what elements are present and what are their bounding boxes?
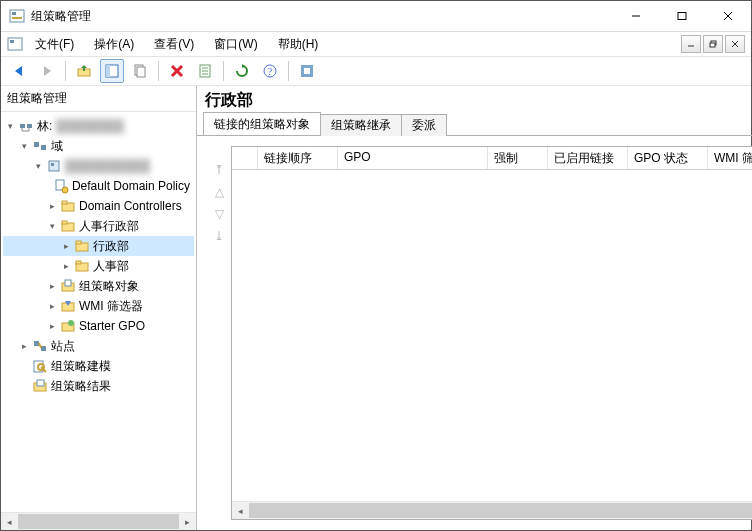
grid-col-blank[interactable]: [232, 147, 258, 169]
svg-rect-16: [106, 65, 110, 77]
tree-node-hr-ou[interactable]: ▸ 人事部: [3, 256, 194, 276]
tree-label: 林: ████████: [37, 118, 124, 135]
console-tree-toggle-button[interactable]: [100, 59, 124, 83]
move-bottom-button[interactable]: ⤓: [210, 228, 228, 244]
tree-node-wmi-filters[interactable]: ▸ WMI 筛选器: [3, 296, 194, 316]
ou-icon: [74, 238, 90, 254]
svg-rect-30: [27, 124, 32, 128]
maximize-button[interactable]: [659, 1, 705, 31]
tree-node-domains[interactable]: ▾ 域: [3, 136, 194, 156]
ou-icon: [74, 258, 90, 274]
tree-node-forest[interactable]: ▾ 林: ████████: [3, 116, 194, 136]
mdi-close-button[interactable]: [725, 35, 745, 53]
console-tree-header: 组策略管理: [1, 86, 196, 112]
expander-icon[interactable]: ▾: [31, 159, 45, 173]
svg-rect-47: [76, 261, 81, 264]
tree-node-gpo-objects[interactable]: ▸ 组策略对象: [3, 276, 194, 296]
console-tree[interactable]: ▾ 林: ████████ ▾ 域 ▾ ██████████: [1, 112, 196, 512]
tree-node-hr-admin-ou[interactable]: ▾ 人事行政部: [3, 216, 194, 236]
toolbar-separator: [223, 61, 224, 81]
grid-header: 链接顺序 GPO 强制 已启用链接 GPO 状态 WMI 筛选: [232, 147, 752, 170]
tree-node-domain[interactable]: ▾ ██████████: [3, 156, 194, 176]
mdi-minimize-button[interactable]: [681, 35, 701, 53]
stop-toolbar-button[interactable]: [295, 59, 319, 83]
window-title: 组策略管理: [31, 8, 613, 25]
expander-icon[interactable]: ▾: [17, 139, 31, 153]
minimize-button[interactable]: [613, 1, 659, 31]
close-button[interactable]: [705, 1, 751, 31]
starter-gpo-icon: [60, 318, 76, 334]
copy-button[interactable]: [128, 59, 152, 83]
svg-rect-29: [20, 124, 25, 128]
menu-action[interactable]: 操作(A): [86, 34, 142, 55]
toolbar-separator: [288, 61, 289, 81]
tree-node-domain-controllers[interactable]: ▸ Domain Controllers: [3, 196, 194, 216]
menu-help[interactable]: 帮助(H): [270, 34, 327, 55]
scrollbar-thumb[interactable]: [249, 503, 752, 518]
scrollbar-thumb[interactable]: [18, 514, 179, 529]
gpo-container-icon: [60, 278, 76, 294]
move-down-button[interactable]: ▽: [210, 206, 228, 222]
tab-linked-gpos[interactable]: 链接的组策略对象: [203, 112, 321, 135]
gpo-link-icon: [53, 178, 69, 194]
toolbar-separator: [65, 61, 66, 81]
expander-icon[interactable]: ▾: [45, 219, 59, 233]
grid-horizontal-scrollbar[interactable]: ◂ ▸: [232, 501, 752, 519]
expander-icon[interactable]: ▸: [45, 299, 59, 313]
details-pane: 行政部 链接的组策略对象 组策略继承 委派 ⤒ △ ▽ ⤓ 链接顺序 GPO: [197, 86, 752, 530]
tree-node-gp-modeling[interactable]: 组策略建模: [3, 356, 194, 376]
tree-node-sites[interactable]: ▸ 站点: [3, 336, 194, 356]
expander-icon[interactable]: ▸: [59, 239, 73, 253]
menu-window[interactable]: 窗口(W): [206, 34, 265, 55]
grid-col-link-order[interactable]: 链接顺序: [258, 147, 338, 169]
grid-col-gpo[interactable]: GPO: [338, 147, 488, 169]
forward-button[interactable]: [35, 59, 59, 83]
svg-point-52: [68, 320, 74, 326]
tree-node-starter-gpo[interactable]: ▸ Starter GPO: [3, 316, 194, 336]
properties-button[interactable]: [193, 59, 217, 83]
grid-body-empty[interactable]: [232, 170, 752, 501]
tab-delegation[interactable]: 委派: [401, 114, 447, 136]
svg-rect-7: [8, 38, 22, 50]
delete-button[interactable]: [165, 59, 189, 83]
svg-rect-45: [76, 241, 81, 244]
grid-col-gpo-status[interactable]: GPO 状态: [628, 147, 708, 169]
back-button[interactable]: [7, 59, 31, 83]
expander-icon[interactable]: ▸: [45, 199, 59, 213]
scroll-left-icon[interactable]: ◂: [232, 503, 249, 518]
menu-view[interactable]: 查看(V): [146, 34, 202, 55]
expander-icon[interactable]: ▸: [59, 259, 73, 273]
svg-rect-41: [62, 201, 67, 204]
tree-node-default-domain-policy[interactable]: Default Domain Policy: [3, 176, 194, 196]
up-folder-button[interactable]: [72, 59, 96, 83]
grid-col-wmi-filter[interactable]: WMI 筛选: [708, 147, 752, 169]
tree-node-gp-results[interactable]: 组策略结果: [3, 376, 194, 396]
expander-icon[interactable]: ▸: [45, 319, 59, 333]
tab-gp-inheritance[interactable]: 组策略继承: [320, 114, 402, 136]
refresh-button[interactable]: [230, 59, 254, 83]
expander-icon[interactable]: ▸: [45, 279, 59, 293]
mdi-icon: [7, 36, 23, 52]
grid-col-enforced[interactable]: 强制: [488, 147, 548, 169]
scroll-right-icon[interactable]: ▸: [179, 514, 196, 529]
expander-icon[interactable]: ▸: [17, 339, 31, 353]
sites-icon: [32, 338, 48, 354]
move-up-button[interactable]: △: [210, 184, 228, 200]
toolbar-separator: [158, 61, 159, 81]
scrollbar-track[interactable]: [18, 514, 179, 529]
move-top-button[interactable]: ⤒: [210, 162, 228, 178]
tree-node-admin-ou[interactable]: ▸ 行政部: [3, 236, 194, 256]
mdi-restore-button[interactable]: [703, 35, 723, 53]
svg-line-55: [39, 343, 41, 348]
svg-rect-43: [62, 221, 67, 224]
menu-file[interactable]: 文件(F): [27, 34, 82, 55]
scroll-left-icon[interactable]: ◂: [1, 514, 18, 529]
tree-horizontal-scrollbar[interactable]: ◂ ▸: [1, 512, 196, 530]
ou-icon: [60, 198, 76, 214]
details-tabs: 链接的组策略对象 组策略继承 委派: [197, 113, 752, 136]
svg-rect-35: [41, 145, 46, 150]
help-button[interactable]: ?: [258, 59, 282, 83]
grid-col-link-enabled[interactable]: 已启用链接: [548, 147, 628, 169]
expander-icon[interactable]: ▾: [3, 119, 17, 133]
svg-rect-2: [12, 17, 22, 19]
